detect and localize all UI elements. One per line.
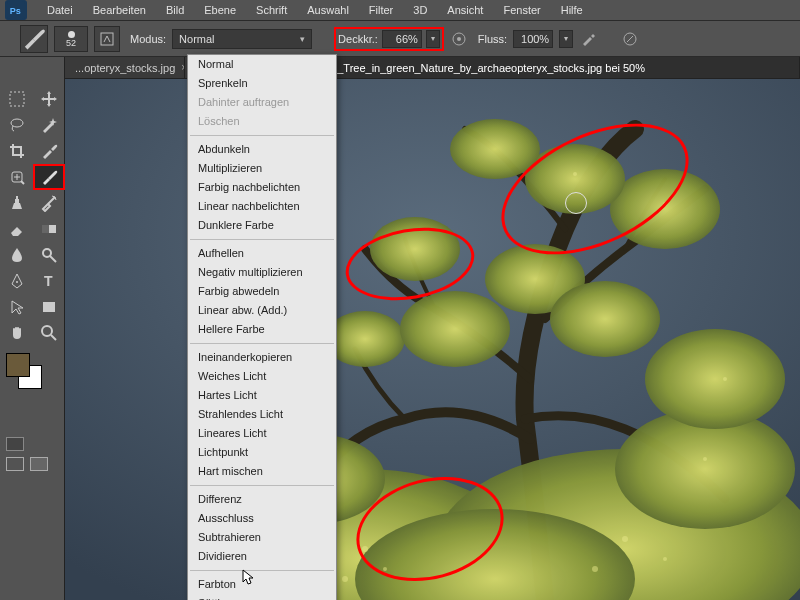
menu-schrift[interactable]: Schrift	[246, 2, 297, 18]
menu-auswahl[interactable]: Auswahl	[297, 2, 359, 18]
menu-ebene[interactable]: Ebene	[194, 2, 246, 18]
brush-dot-icon	[68, 31, 75, 38]
brush-panel-toggle[interactable]	[94, 26, 120, 52]
svg-point-7	[11, 119, 23, 127]
blend-mode-option[interactable]: Lichtpunkt	[188, 443, 336, 462]
menu-bearbeiten[interactable]: Bearbeiten	[83, 2, 156, 18]
svg-point-29	[400, 291, 510, 367]
blend-mode-option[interactable]: Ineinanderkopieren	[188, 348, 336, 367]
blend-mode-option[interactable]: Abdunkeln	[188, 140, 336, 159]
brush-tool[interactable]	[34, 165, 64, 189]
foreground-swatch[interactable]	[6, 353, 30, 377]
svg-point-39	[703, 457, 707, 461]
blend-mode-option[interactable]: Hartes Licht	[188, 386, 336, 405]
gradient-tool[interactable]	[34, 217, 64, 241]
blend-mode-option[interactable]: Dunklere Farbe	[188, 216, 336, 235]
blend-mode-option[interactable]: Lineares Licht	[188, 424, 336, 443]
document-tabs: ...opteryx_stocks.jpg × ...aeopteryx_sto…	[65, 57, 800, 79]
blend-mode-dropdown[interactable]: Normal Sprenkeln Dahinter auftragen Lösc…	[187, 54, 337, 600]
blend-mode-option[interactable]: Weiches Licht	[188, 367, 336, 386]
blend-mode-option[interactable]: Farbton	[188, 575, 336, 594]
screen-mode-icon[interactable]	[6, 457, 24, 471]
blend-mode-option[interactable]: Sprenkeln	[188, 74, 336, 93]
svg-point-37	[663, 557, 667, 561]
menu-ansicht[interactable]: Ansicht	[437, 2, 493, 18]
svg-point-4	[457, 37, 461, 41]
healing-brush-tool[interactable]	[2, 165, 32, 189]
blur-tool[interactable]	[2, 243, 32, 267]
opacity-label: Deckkr.:	[338, 33, 378, 45]
blend-mode-option[interactable]: Negativ multiplizieren	[188, 263, 336, 282]
menu-datei[interactable]: Datei	[37, 2, 83, 18]
lasso-tool[interactable]	[2, 113, 32, 137]
blend-mode-option[interactable]: Ausschluss	[188, 509, 336, 528]
move-tool[interactable]	[34, 87, 64, 111]
crop-tool[interactable]	[2, 139, 32, 163]
svg-point-28	[325, 311, 405, 367]
svg-point-36	[622, 536, 628, 542]
blend-mode-option[interactable]: Aufhellen	[188, 244, 336, 263]
rectangle-tool[interactable]	[34, 295, 64, 319]
type-tool[interactable]: T	[34, 269, 64, 293]
menu-3d[interactable]: 3D	[403, 2, 437, 18]
quick-mask-toggle[interactable]	[0, 393, 64, 451]
document-tab[interactable]: ...opteryx_stocks.jpg ×	[65, 57, 185, 78]
zoom-tool[interactable]	[34, 321, 64, 345]
screen-mode-icon-2[interactable]	[30, 457, 48, 471]
brush-preset-picker[interactable]: 52	[54, 26, 88, 52]
blend-mode-option[interactable]: Subtrahieren	[188, 528, 336, 547]
magic-wand-tool[interactable]	[34, 113, 64, 137]
tools-panel: T	[0, 57, 65, 600]
pressure-size-icon[interactable]	[621, 30, 639, 48]
eraser-tool[interactable]	[2, 217, 32, 241]
flow-dropdown-arrow[interactable]: ▾	[559, 30, 573, 48]
marquee-tool[interactable]	[2, 87, 32, 111]
dodge-tool[interactable]	[34, 243, 64, 267]
blend-mode-option[interactable]: Hellere Farbe	[188, 320, 336, 339]
blend-mode-option[interactable]: Sättigung	[188, 594, 336, 600]
menu-fenster[interactable]: Fenster	[493, 2, 550, 18]
blend-mode-select[interactable]: Normal ▾	[172, 29, 312, 49]
blend-mode-option[interactable]: Strahlendes Licht	[188, 405, 336, 424]
path-selection-tool[interactable]	[2, 295, 32, 319]
separator	[190, 135, 334, 136]
clone-stamp-tool[interactable]	[2, 191, 32, 215]
airbrush-icon[interactable]	[579, 30, 597, 48]
main-menubar: Ps Datei Bearbeiten Bild Ebene Schrift A…	[0, 0, 800, 20]
color-swatches[interactable]	[0, 349, 64, 393]
blend-mode-option[interactable]: Normal	[188, 55, 336, 74]
blend-mode-option[interactable]: Linear abw. (Add.)	[188, 301, 336, 320]
blend-mode-option[interactable]: Farbig abwedeln	[188, 282, 336, 301]
svg-rect-10	[16, 196, 18, 199]
canvas-area[interactable]	[65, 79, 800, 600]
blend-mode-option[interactable]: Hart mischen	[188, 462, 336, 481]
separator	[190, 570, 334, 571]
eyedropper-tool[interactable]	[34, 139, 64, 163]
svg-text:T: T	[44, 273, 53, 289]
svg-point-31	[550, 281, 660, 357]
opacity-control-highlighted: Deckkr.: 66% ▾	[334, 27, 444, 51]
svg-point-38	[592, 566, 598, 572]
flow-input[interactable]: 100%	[513, 30, 553, 48]
menu-hilfe[interactable]: Hilfe	[551, 2, 593, 18]
separator	[190, 485, 334, 486]
blend-mode-option[interactable]: Differenz	[188, 490, 336, 509]
history-brush-tool[interactable]	[34, 191, 64, 215]
blend-mode-option[interactable]: Linear nachbelichten	[188, 197, 336, 216]
blend-mode-option[interactable]: Dividieren	[188, 547, 336, 566]
blend-mode-value: Normal	[179, 33, 214, 45]
blend-mode-option[interactable]: Multiplizieren	[188, 159, 336, 178]
menu-filter[interactable]: Filter	[359, 2, 403, 18]
menu-bild[interactable]: Bild	[156, 2, 194, 18]
document-tab-active[interactable]: 05_Tree_in_green_Nature_by_archaeopteryx…	[315, 57, 800, 78]
pen-tool[interactable]	[2, 269, 32, 293]
flow-label: Fluss:	[474, 33, 507, 45]
opacity-dropdown-arrow[interactable]: ▾	[426, 30, 440, 48]
svg-point-17	[42, 326, 52, 336]
pressure-opacity-icon[interactable]	[450, 30, 468, 48]
hand-tool[interactable]	[2, 321, 32, 345]
svg-text:Ps: Ps	[10, 6, 21, 16]
blend-mode-option[interactable]: Farbig nachbelichten	[188, 178, 336, 197]
opacity-input[interactable]: 66%	[382, 30, 422, 48]
modus-label: Modus:	[126, 33, 166, 45]
